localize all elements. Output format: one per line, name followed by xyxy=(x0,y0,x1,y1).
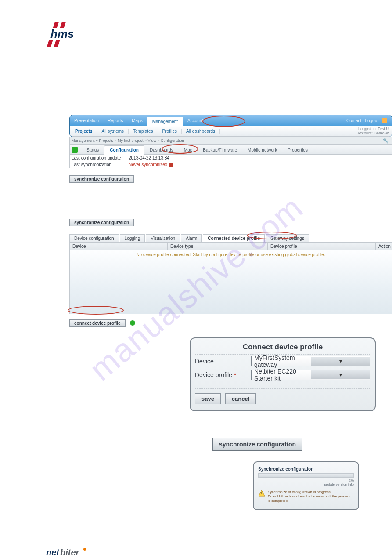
svg-text:net: net xyxy=(46,548,60,555)
tab-configuration[interactable]: Configuration xyxy=(104,145,144,155)
subnav-templates[interactable]: Templates xyxy=(129,129,158,134)
tab-dashboards[interactable]: Dashboards xyxy=(144,146,179,154)
subnav-all-systems[interactable]: All systems xyxy=(97,129,129,134)
header-rule xyxy=(46,53,366,53)
nav-account[interactable]: Account xyxy=(183,118,208,123)
tab-mobile-network[interactable]: Mobile network xyxy=(242,146,282,154)
warning-icon: ! xyxy=(258,490,265,497)
nav-logout-link[interactable]: Logout xyxy=(365,118,378,123)
dialog-device-label: Device xyxy=(195,358,251,365)
progress-percent: 2% xyxy=(349,479,354,482)
dtab-connected-device-profile[interactable]: Connected device profile xyxy=(203,234,265,242)
subnav-projects[interactable]: Projects xyxy=(70,129,97,134)
tab-map[interactable]: Map xyxy=(179,146,198,154)
required-star: * xyxy=(234,371,236,378)
tab-status[interactable]: Status xyxy=(81,146,104,154)
dtab-gateway-settings[interactable]: Gateway settings xyxy=(266,234,309,242)
th-device-profile: Device profile xyxy=(268,243,376,250)
svg-point-9 xyxy=(83,548,86,551)
tab-backup-firmware[interactable]: Backup/Firmware xyxy=(198,146,242,154)
wrench-icon[interactable]: 🔧 xyxy=(383,138,392,144)
progress-sub: update version info xyxy=(324,482,354,486)
argos-topbar: Presentation Reports Maps Management Acc… xyxy=(69,115,392,137)
hms-logo: hms xyxy=(46,22,86,47)
never-sync-icon xyxy=(169,163,173,167)
svg-rect-2 xyxy=(47,40,53,47)
nav-presentation[interactable]: Presentation xyxy=(70,118,103,123)
synchronize-configuration-button[interactable]: synchronize configuration xyxy=(69,175,134,183)
th-device: Device xyxy=(70,243,168,250)
account-info: Logged in: Test U Account: DemoSy xyxy=(357,127,392,135)
dialog-device-select[interactable]: MyFirstSystem gateway xyxy=(251,356,370,366)
subnav-profiles[interactable]: Profiles xyxy=(158,129,182,134)
synchronize-configuration-button-2[interactable]: synchronize configuration xyxy=(69,219,134,226)
lock-icon xyxy=(382,118,387,123)
breadcrumb: Management » Projects » My first project… xyxy=(70,138,184,143)
progress-warning-text: Synchronize of configuration in progress… xyxy=(268,490,354,503)
subnav-all-dashboards[interactable]: All dashboards xyxy=(182,129,220,134)
chevron-down-icon xyxy=(311,370,370,379)
last-sync-value: Never synchronized xyxy=(129,162,173,167)
th-device-type: Device type xyxy=(168,243,268,250)
netbiter-logo: net biter xyxy=(46,547,392,555)
save-button[interactable]: save xyxy=(195,393,221,404)
cancel-button[interactable]: cancel xyxy=(225,393,256,404)
nav-contact-link[interactable]: Contact xyxy=(346,118,361,123)
last-sync-label: Last synchronization xyxy=(72,162,129,167)
svg-rect-3 xyxy=(54,40,60,47)
svg-text:hms: hms xyxy=(50,27,74,40)
svg-text:biter: biter xyxy=(60,548,80,555)
connect-device-profile-dialog: Connect device profile Device MyFirstSys… xyxy=(190,337,376,411)
dialog-profile-value: Netbiter EC220 Starter kit xyxy=(252,368,311,382)
dtab-logging[interactable]: Logging xyxy=(120,234,145,242)
dtab-visualization[interactable]: Visualization xyxy=(146,234,180,242)
dialog-profile-label: Device profile * xyxy=(195,371,251,378)
progress-title: Synchronize configuration xyxy=(258,467,354,472)
dialog-device-value: MyFirstSystem gateway xyxy=(252,354,311,368)
nav-reports[interactable]: Reports xyxy=(103,118,127,123)
progress-bar xyxy=(258,473,354,478)
last-config-value: 2013-04-22 13:13:34 xyxy=(129,156,169,160)
connect-device-profile-button[interactable]: connect device profile xyxy=(69,319,126,327)
nav-management[interactable]: Management xyxy=(147,117,183,126)
dialog-profile-select[interactable]: Netbiter EC220 Starter kit xyxy=(251,370,370,380)
last-config-label: Last configuration update xyxy=(72,156,129,160)
dtab-alarm[interactable]: Alarm xyxy=(181,234,202,242)
home-icon[interactable] xyxy=(72,147,78,153)
device-table-empty: No device profile connected. Start by co… xyxy=(70,250,392,314)
synchronize-configuration-button-big[interactable]: synchronize configuration xyxy=(212,438,302,451)
th-action: Action xyxy=(376,243,392,250)
svg-text:!: ! xyxy=(261,491,263,496)
tab-properties[interactable]: Properties xyxy=(282,146,313,154)
dialog-title: Connect device profile xyxy=(195,342,370,354)
nav-maps[interactable]: Maps xyxy=(127,118,147,123)
sync-progress-dialog: Synchronize configuration 2% update vers… xyxy=(253,461,359,510)
plus-icon[interactable] xyxy=(130,320,135,326)
dtab-device-configuration[interactable]: Device configuration xyxy=(69,234,119,242)
chevron-down-icon xyxy=(311,357,370,366)
